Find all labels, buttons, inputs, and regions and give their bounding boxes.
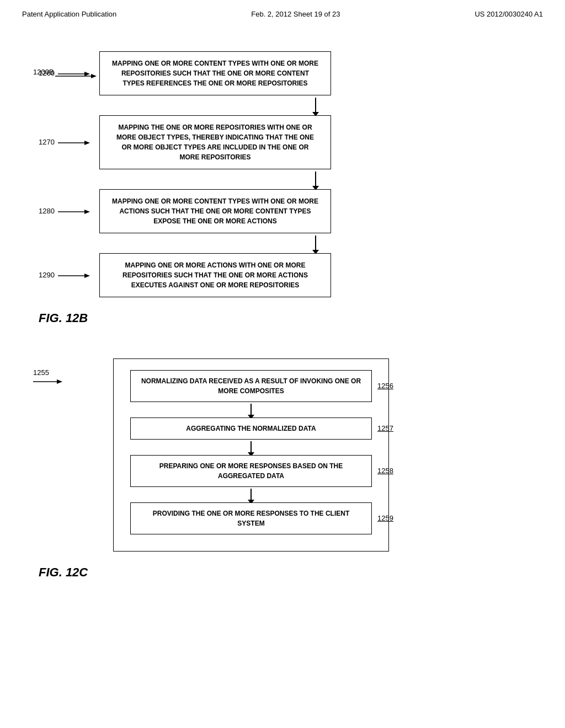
- flow-item-1260: 1260 MAPPING ONE OR MORE CONTENT TYPES W…: [99, 51, 532, 95]
- svg-marker-5: [84, 141, 90, 145]
- diagram-12c: 1255 NORMALIZING DATA RECEIVED AS A RESU…: [33, 358, 532, 580]
- arrow-2: [200, 169, 431, 189]
- box-1280: MAPPING ONE OR MORE CONTENT TYPES WITH O…: [99, 189, 331, 233]
- box-1260: MAPPING ONE OR MORE CONTENT TYPES WITH O…: [99, 51, 331, 95]
- inner-box-1259: PROVIDING THE ONE OR MORE RESPONSES TO T…: [130, 502, 372, 534]
- header-right: US 2012/0030240 A1: [475, 10, 543, 18]
- svg-marker-1: [91, 74, 97, 78]
- header-left: Patent Application Publication: [22, 10, 116, 18]
- label-1280: 1280: [39, 207, 91, 216]
- label-1270: 1270: [39, 138, 91, 147]
- diagram-12c-outer-label: 1255: [33, 368, 59, 377]
- svg-marker-11: [57, 379, 62, 384]
- outer-box-12c: NORMALIZING DATA RECEIVED AS A RESULT OF…: [113, 358, 389, 552]
- inner-arrow-2: [130, 440, 372, 455]
- page-header: Patent Application Publication Feb. 2, 2…: [0, 0, 565, 24]
- number-1259: 1259: [377, 513, 393, 524]
- inner-box-1258: PREPARING ONE OR MORE RESPONSES BASED ON…: [130, 455, 372, 487]
- arrow-3: [200, 233, 431, 253]
- number-1256: 1256: [377, 381, 393, 392]
- diagram-12b: 1200B 1260 MAPPING ONE OR MORE CONTENT T…: [33, 51, 532, 325]
- flow-container-12b: 1260 MAPPING ONE OR MORE CONTENT TYPES W…: [99, 51, 532, 297]
- svg-marker-9: [84, 274, 90, 278]
- flow-item-1290: 1290 MAPPING ONE OR MORE ACTIONS WITH ON…: [99, 253, 532, 297]
- svg-marker-3: [84, 72, 90, 76]
- header-middle: Feb. 2, 2012 Sheet 19 of 23: [251, 10, 340, 18]
- number-1258: 1258: [377, 465, 393, 477]
- inner-arrow-3: [130, 487, 372, 502]
- box-1290: MAPPING ONE OR MORE ACTIONS WITH ONE OR …: [99, 253, 331, 297]
- figure-label-12b: FIG. 12B: [39, 311, 88, 325]
- inner-box-1257: AGGREGATING THE NORMALIZED DATA 1257: [130, 417, 372, 440]
- outer-arrow-12c: [33, 378, 63, 386]
- inner-arrow-1: [130, 402, 372, 417]
- box-1270: MAPPING THE ONE OR MORE REPOSITORIES WIT…: [99, 115, 331, 169]
- label-1260: 1260: [39, 69, 91, 78]
- arrow-1: [200, 95, 431, 115]
- inner-box-1256: NORMALIZING DATA RECEIVED AS A RESULT OF…: [130, 370, 372, 402]
- svg-marker-7: [84, 210, 90, 214]
- flow-item-1280: 1280 MAPPING ONE OR MORE CONTENT TYPES W…: [99, 189, 532, 233]
- number-1257: 1257: [377, 423, 393, 434]
- flow-item-1270: 1270 MAPPING THE ONE OR MORE REPOSITORIE…: [99, 115, 532, 169]
- label-1290: 1290: [39, 271, 91, 280]
- figure-label-12c: FIG. 12C: [39, 565, 88, 580]
